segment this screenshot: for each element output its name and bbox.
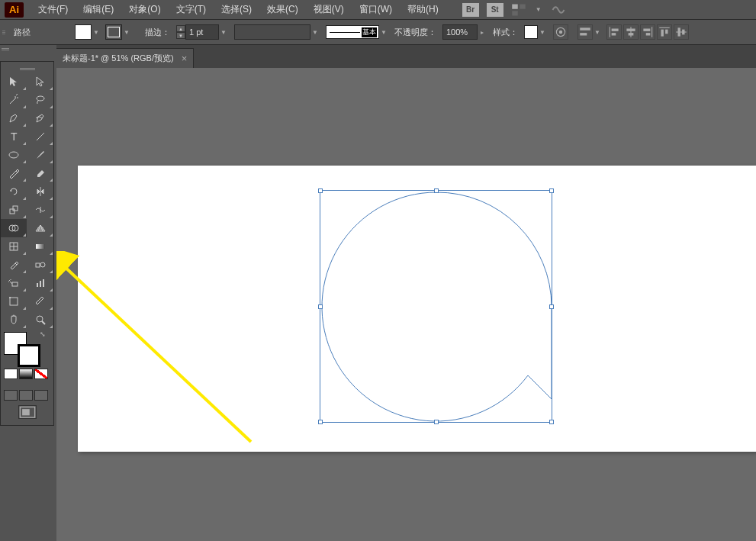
color-mode-solid[interactable] [4, 369, 18, 379]
arrange-documents-icon[interactable] [511, 3, 526, 17]
stroke-width-input[interactable] [185, 24, 219, 40]
artboard-tool[interactable] [1, 292, 27, 311]
screen-mode-icon[interactable] [18, 405, 37, 419]
menu-file[interactable]: 文件(F) [31, 2, 75, 18]
canvas[interactable] [56, 68, 756, 541]
draw-normal[interactable] [4, 390, 18, 401]
draw-inside[interactable] [34, 390, 48, 401]
svg-line-45 [42, 321, 45, 324]
stroke-color[interactable] [18, 344, 40, 367]
brush-dropdown[interactable]: ▼ [379, 25, 388, 39]
hand-tool[interactable] [1, 311, 27, 329]
align-top-icon[interactable] [657, 24, 672, 40]
svg-rect-47 [22, 409, 30, 415]
menu-effect[interactable]: 效果(C) [260, 2, 305, 18]
align-panel-icon[interactable] [577, 24, 593, 40]
menu-object[interactable]: 对象(O) [122, 2, 167, 18]
handle-middle-left[interactable] [318, 304, 323, 309]
fill-dropdown[interactable]: ▼ [92, 25, 101, 39]
style-swatch[interactable] [524, 25, 538, 39]
blend-tool[interactable] [27, 256, 53, 274]
rotate-tool[interactable] [1, 182, 27, 201]
toolbox-grip[interactable] [1, 65, 53, 72]
menu-type[interactable]: 文字(T) [169, 2, 213, 18]
gradient-tool[interactable] [27, 237, 53, 256]
stock-button[interactable]: St [487, 3, 503, 17]
width-tool[interactable] [27, 201, 53, 219]
close-tab-icon[interactable]: × [182, 53, 188, 64]
menu-help[interactable]: 帮助(H) [401, 2, 446, 18]
column-graph-tool[interactable] [27, 274, 53, 292]
handle-bottom-right[interactable] [549, 420, 554, 424]
handle-top-middle[interactable] [434, 188, 439, 193]
line-tool[interactable] [27, 127, 53, 146]
shape-builder-tool[interactable] [1, 219, 27, 237]
control-grip[interactable] [0, 21, 8, 43]
variable-width-profile[interactable] [234, 24, 310, 40]
color-mode-gradient[interactable] [19, 369, 33, 379]
scale-tool[interactable] [1, 201, 27, 219]
opacity-dropdown[interactable]: ▸ [478, 25, 487, 39]
handle-bottom-middle[interactable] [434, 420, 439, 424]
color-mode-none[interactable] [34, 369, 48, 379]
eraser-tool[interactable] [27, 164, 53, 182]
variable-width-dropdown[interactable]: ▼ [310, 25, 320, 39]
curvature-tool[interactable] [27, 109, 53, 127]
selection-tool[interactable] [1, 72, 27, 91]
svg-line-24 [37, 133, 44, 140]
style-dropdown[interactable]: ▼ [538, 25, 547, 39]
style-label[interactable]: 样式： [493, 27, 518, 38]
selection-bounding-box[interactable] [320, 190, 552, 423]
svg-rect-12 [629, 33, 634, 35]
stroke-label[interactable]: 描边： [145, 27, 170, 38]
menu-edit[interactable]: 编辑(E) [76, 2, 121, 18]
handle-top-right[interactable] [549, 188, 554, 193]
align-right-icon[interactable] [640, 24, 655, 40]
svg-rect-14 [643, 29, 650, 31]
lasso-tool[interactable] [27, 91, 53, 109]
zoom-tool[interactable] [27, 311, 53, 329]
align-left-icon[interactable] [606, 24, 622, 40]
stroke-dropdown[interactable]: ▼ [122, 25, 131, 39]
magic-wand-tool[interactable] [1, 91, 27, 109]
swap-colors-icon[interactable]: ⤡ [40, 330, 46, 338]
fill-swatch[interactable] [75, 24, 92, 40]
svg-rect-8 [612, 29, 619, 31]
bridge-button[interactable]: Br [462, 3, 479, 17]
handle-bottom-left[interactable] [318, 420, 323, 424]
menu-window[interactable]: 窗口(W) [352, 2, 399, 18]
svg-point-22 [37, 96, 44, 101]
symbol-sprayer-tool[interactable] [1, 274, 27, 292]
direct-selection-tool[interactable] [27, 72, 53, 91]
arrange-documents-dropdown[interactable]: ▼ [534, 3, 543, 17]
opacity-input[interactable] [442, 24, 478, 40]
menu-select[interactable]: 选择(S) [214, 2, 259, 18]
menu-view[interactable]: 视图(V) [307, 2, 351, 18]
type-tool[interactable]: T [1, 127, 27, 146]
handle-middle-right[interactable] [549, 304, 554, 309]
document-tab[interactable]: 未标题-1* @ 51% (RGB/预览) × [56, 48, 194, 68]
eyedropper-tool[interactable] [1, 256, 27, 274]
gpu-icon[interactable] [551, 3, 566, 17]
reflect-tool[interactable] [27, 182, 53, 201]
slice-tool[interactable] [27, 292, 53, 311]
perspective-grid-tool[interactable] [27, 219, 53, 237]
handle-top-left[interactable] [318, 188, 323, 193]
ellipse-tool[interactable] [1, 146, 27, 164]
opacity-label[interactable]: 不透明度： [394, 27, 436, 38]
align-vcenter-icon[interactable] [674, 24, 689, 40]
pencil-tool[interactable] [1, 164, 27, 182]
align-hcenter-icon[interactable] [623, 24, 639, 40]
panel-collapse-strip[interactable] [0, 45, 11, 60]
paintbrush-tool[interactable] [27, 146, 53, 164]
svg-rect-41 [10, 298, 18, 305]
recolor-icon[interactable] [553, 24, 568, 40]
stroke-swatch[interactable] [105, 24, 122, 40]
stroke-width-spinner[interactable]: ▲▼ [176, 25, 185, 39]
mesh-tool[interactable] [1, 237, 27, 256]
stroke-width-dropdown[interactable]: ▼ [219, 25, 228, 39]
draw-behind[interactable] [19, 390, 33, 401]
pen-tool[interactable] [1, 109, 27, 127]
brush-definition[interactable]: 基本 [326, 25, 379, 39]
align-panel-dropdown[interactable]: ▼ [593, 25, 602, 39]
